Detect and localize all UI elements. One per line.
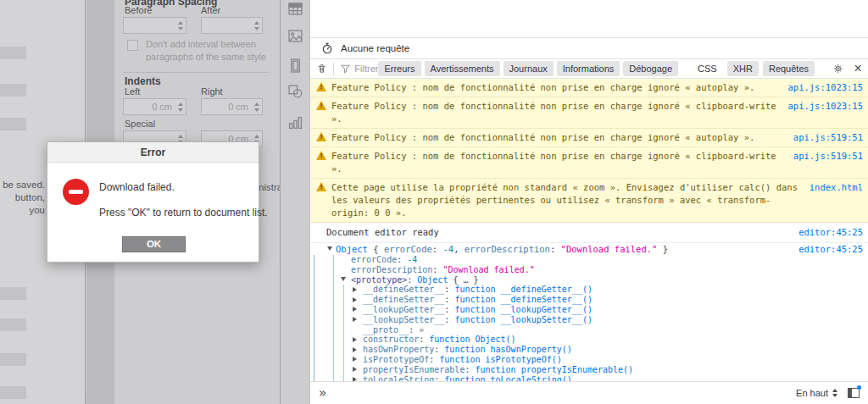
warning-message: Feature Policy : nom de fonctionnalité n… — [310, 79, 868, 97]
warning-message: Cette page utilise la propriété non stan… — [310, 179, 868, 223]
skeleton-bar — [0, 118, 26, 130]
filter-button-avertissements[interactable]: Avertissements — [425, 61, 500, 76]
close-icon[interactable]: × — [854, 63, 863, 75]
spacing-before-stepper[interactable] — [123, 17, 186, 34]
devtools-empty-area — [310, 0, 868, 38]
indent-guide — [333, 295, 334, 305]
console-input-bar: » En haut — [310, 381, 868, 404]
object-tree-row: propertyIsEnumerable: function propertyI… — [310, 365, 868, 375]
object-preview: Object { errorCode: -4, errorDescription… — [336, 244, 668, 254]
source-link[interactable]: api.js:1023:15 — [787, 81, 863, 94]
indent-right-label: Right — [201, 86, 223, 97]
chart-settings-icon[interactable] — [288, 115, 303, 130]
warning-text: Feature Policy : nom de fonctionnalité n… — [331, 81, 787, 94]
warning-text: Feature Policy : nom de fonctionnalité n… — [331, 131, 793, 144]
warning-icon — [316, 101, 326, 110]
object-tree-row: <prototype>: Object { … } — [310, 275, 868, 285]
object-tree-row: isPrototypeOf: function isPrototypeOf() — [310, 355, 868, 365]
up-down-arrows-icon — [832, 389, 837, 397]
object-preview-row: Object { errorCode: -4, errorDescription… — [310, 243, 868, 255]
warning-text: Feature Policy : nom de fonctionnalité n… — [331, 150, 793, 175]
indent-guide — [333, 355, 334, 365]
filter-button-xhr[interactable]: XHR — [727, 61, 759, 76]
indent-guide — [333, 325, 334, 335]
twisty-closed-icon[interactable] — [353, 307, 357, 312]
filter-input[interactable]: Filtrer — [341, 64, 378, 74]
twisty-closed-icon[interactable] — [353, 357, 357, 362]
before-label: Before — [125, 5, 152, 15]
stepper-arrows-icon[interactable] — [251, 18, 262, 33]
warning-messages: Feature Policy : nom de fonctionnalité n… — [310, 79, 868, 223]
filter-button-css[interactable]: CSS — [692, 61, 723, 76]
indent-left-label: Left — [125, 86, 140, 97]
log-message: Document editor ready editor:45:25 — [310, 223, 868, 243]
stepper-arrows-icon[interactable] — [175, 99, 186, 114]
obscured-dialog-text: be saved. button, you — [0, 179, 45, 217]
twisty-closed-icon[interactable] — [353, 297, 357, 302]
split-console-icon[interactable] — [848, 388, 860, 398]
indents-title: Indents — [125, 75, 161, 87]
twisty-closed-icon[interactable] — [353, 367, 357, 372]
error-icon — [63, 179, 89, 205]
source-link[interactable]: api.js:519:51 — [793, 150, 863, 163]
spacing-after-stepper[interactable] — [201, 17, 263, 34]
funnel-icon — [341, 64, 350, 74]
dialog-message-line2: Press "OK" to return to document list. — [99, 207, 268, 219]
twisty-open-icon[interactable] — [341, 277, 346, 281]
skeleton-bar — [0, 47, 26, 59]
filter-placeholder: Filtrer — [354, 64, 378, 74]
indent-left-stepper[interactable]: 0 cm — [123, 98, 186, 115]
object-tree-row: __proto__: » — [310, 325, 868, 335]
twisty-closed-icon[interactable] — [353, 287, 357, 292]
twisty-open-icon[interactable] — [327, 246, 332, 251]
gear-icon[interactable] — [833, 63, 843, 75]
stepper-arrows-icon[interactable] — [251, 99, 262, 114]
source-link[interactable]: api.js:519:51 — [793, 131, 863, 144]
indent-guide — [333, 255, 334, 265]
console-prompt[interactable]: » — [319, 385, 326, 401]
right-panel-tabs — [280, 0, 309, 404]
indent-right-stepper[interactable]: 0 cm — [201, 98, 263, 115]
twisty-closed-icon[interactable] — [353, 317, 357, 322]
ok-button[interactable]: OK — [122, 236, 186, 252]
level-filter-buttons: ErreursAvertissementsJournauxInformation… — [378, 61, 678, 76]
shape-settings-icon[interactable] — [288, 84, 303, 98]
source-link[interactable]: api.js:1023:15 — [787, 100, 863, 113]
warning-message: Feature Policy : nom de fonctionnalité n… — [310, 97, 868, 129]
filter-button-requêtes[interactable]: Requêtes — [763, 61, 815, 76]
skeleton-bar — [0, 318, 26, 331]
indent-guide — [343, 285, 344, 295]
toolbar-separator — [333, 63, 334, 75]
skeleton-bar — [0, 386, 26, 399]
page-settings-icon[interactable] — [288, 58, 303, 73]
indent-guide — [343, 315, 344, 325]
filter-button-informations[interactable]: Informations — [557, 61, 620, 76]
source-link[interactable]: editor:45:25 — [798, 226, 863, 239]
stepper-arrows-icon[interactable] — [175, 18, 186, 33]
twisty-closed-icon[interactable] — [353, 347, 357, 352]
warning-icon — [316, 82, 326, 91]
object-tree-row: constructor: function Object() — [310, 335, 868, 345]
indent-guide — [343, 345, 344, 355]
table-settings-icon[interactable] — [288, 2, 303, 16]
console-messages: Feature Policy : nom de fonctionnalité n… — [310, 79, 868, 404]
no-interval-checkbox[interactable] — [127, 40, 138, 51]
filter-button-débogage[interactable]: Débogage — [623, 61, 678, 76]
object-tree-row: __lookupGetter__: function __lookupGette… — [310, 305, 868, 315]
dialog-message-line1: Download failed. — [99, 181, 175, 193]
source-link[interactable]: editor:45:25 — [798, 244, 868, 254]
devtools-console: Aucune requête Filtrer ErreursAvertissem… — [309, 0, 868, 404]
filter-button-journaux[interactable]: Journaux — [504, 61, 554, 76]
source-link[interactable]: index.html — [810, 181, 863, 194]
console-toolbar: Filtrer ErreursAvertissementsJournauxInf… — [310, 59, 868, 79]
scroll-position-button[interactable]: En haut — [796, 388, 837, 398]
dialog-title: Error — [47, 142, 259, 163]
object-tree-row: hasOwnProperty: function hasOwnProperty(… — [310, 345, 868, 355]
image-settings-icon[interactable] — [288, 29, 303, 43]
warning-icon — [316, 151, 326, 160]
warning-message: Feature Policy : nom de fonctionnalité n… — [310, 147, 868, 179]
clear-console-icon[interactable] — [317, 63, 326, 75]
twisty-closed-icon[interactable] — [353, 337, 357, 342]
indent-guide — [343, 365, 344, 375]
filter-button-erreurs[interactable]: Erreurs — [378, 61, 420, 76]
